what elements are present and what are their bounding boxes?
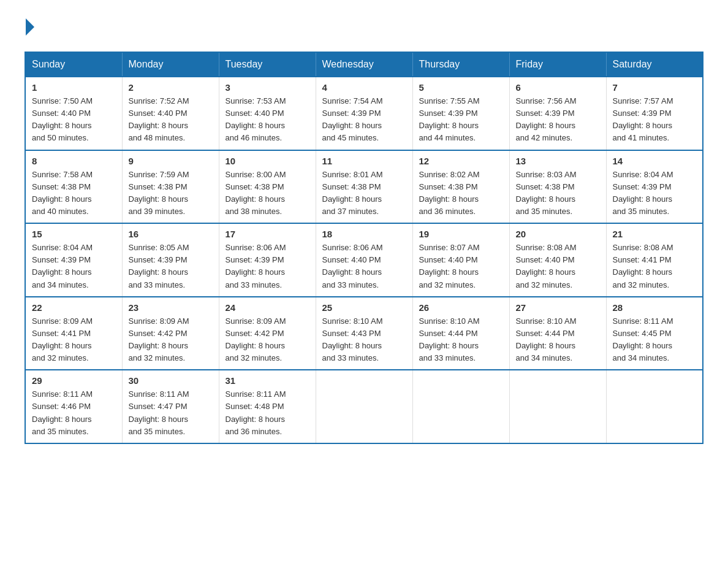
calendar-cell: 18 Sunrise: 8:06 AMSunset: 4:40 PMDaylig… [316,223,412,297]
day-info: Sunrise: 8:09 AMSunset: 4:41 PMDaylight:… [32,316,93,362]
header-day-wednesday: Wednesday [316,52,412,77]
calendar-cell: 31 Sunrise: 8:11 AMSunset: 4:48 PMDaylig… [219,370,316,443]
calendar-cell: 2 Sunrise: 7:52 AMSunset: 4:40 PMDayligh… [122,77,219,150]
calendar-cell: 3 Sunrise: 7:53 AMSunset: 4:40 PMDayligh… [219,77,316,150]
day-number: 2 [129,82,213,93]
day-number: 3 [226,82,309,93]
calendar-cell: 28 Sunrise: 8:11 AMSunset: 4:45 PMDaylig… [606,297,703,370]
calendar-cell: 16 Sunrise: 8:05 AMSunset: 4:39 PMDaylig… [122,223,219,297]
calendar-cell: 6 Sunrise: 7:56 AMSunset: 4:39 PMDayligh… [509,77,606,150]
day-number: 13 [516,156,600,166]
day-number: 17 [226,229,309,239]
logo [25,18,34,39]
day-info: Sunrise: 8:10 AMSunset: 4:43 PMDaylight:… [322,316,383,362]
calendar-cell [509,370,606,443]
day-info: Sunrise: 8:11 AMSunset: 4:46 PMDaylight:… [32,389,93,435]
day-info: Sunrise: 8:01 AMSunset: 4:38 PMDaylight:… [322,170,383,216]
day-number: 18 [322,229,406,239]
day-number: 25 [322,302,406,313]
day-info: Sunrise: 8:06 AMSunset: 4:40 PMDaylight:… [322,243,383,289]
day-info: Sunrise: 7:56 AMSunset: 4:39 PMDaylight:… [516,96,577,142]
calendar-cell: 10 Sunrise: 8:00 AMSunset: 4:38 PMDaylig… [219,150,316,224]
day-number: 31 [226,375,309,386]
day-info: Sunrise: 7:54 AMSunset: 4:39 PMDaylight:… [322,96,383,142]
day-info: Sunrise: 8:10 AMSunset: 4:44 PMDaylight:… [419,316,480,362]
day-info: Sunrise: 8:09 AMSunset: 4:42 PMDaylight:… [129,316,189,362]
day-info: Sunrise: 7:57 AMSunset: 4:39 PMDaylight:… [613,96,673,142]
calendar-body: 1 Sunrise: 7:50 AMSunset: 4:40 PMDayligh… [25,77,703,443]
day-number: 10 [226,156,309,166]
calendar-cell: 13 Sunrise: 8:03 AMSunset: 4:38 PMDaylig… [509,150,606,224]
calendar-cell: 20 Sunrise: 8:08 AMSunset: 4:40 PMDaylig… [509,223,606,297]
calendar-cell: 30 Sunrise: 8:11 AMSunset: 4:47 PMDaylig… [122,370,219,443]
page-header [25,18,703,39]
day-info: Sunrise: 8:03 AMSunset: 4:38 PMDaylight:… [516,170,577,216]
day-number: 15 [32,229,116,239]
calendar-cell: 1 Sunrise: 7:50 AMSunset: 4:40 PMDayligh… [25,77,122,150]
calendar-cell [316,370,412,443]
day-info: Sunrise: 8:11 AMSunset: 4:48 PMDaylight:… [226,389,286,435]
calendar-cell: 9 Sunrise: 7:59 AMSunset: 4:38 PMDayligh… [122,150,219,224]
day-number: 1 [32,82,116,93]
day-info: Sunrise: 8:09 AMSunset: 4:42 PMDaylight:… [226,316,286,362]
header-day-sunday: Sunday [25,52,122,77]
day-number: 4 [322,82,406,93]
header-day-saturday: Saturday [606,52,703,77]
calendar-cell [606,370,703,443]
calendar-cell: 25 Sunrise: 8:10 AMSunset: 4:43 PMDaylig… [316,297,412,370]
day-number: 12 [419,156,503,166]
calendar-table: SundayMondayTuesdayWednesdayThursdayFrid… [25,52,703,444]
day-info: Sunrise: 8:00 AMSunset: 4:38 PMDaylight:… [226,170,286,216]
calendar-cell: 24 Sunrise: 8:09 AMSunset: 4:42 PMDaylig… [219,297,316,370]
day-number: 22 [32,302,116,313]
day-number: 26 [419,302,503,313]
calendar-cell: 26 Sunrise: 8:10 AMSunset: 4:44 PMDaylig… [412,297,509,370]
calendar-cell: 27 Sunrise: 8:10 AMSunset: 4:44 PMDaylig… [509,297,606,370]
day-number: 16 [129,229,213,239]
day-info: Sunrise: 8:04 AMSunset: 4:39 PMDaylight:… [613,170,673,216]
day-number: 7 [613,82,697,93]
calendar-cell: 17 Sunrise: 8:06 AMSunset: 4:39 PMDaylig… [219,223,316,297]
day-number: 23 [129,302,213,313]
day-number: 19 [419,229,503,239]
day-info: Sunrise: 8:04 AMSunset: 4:39 PMDaylight:… [32,243,93,289]
header-row: SundayMondayTuesdayWednesdayThursdayFrid… [25,52,703,77]
header-day-thursday: Thursday [412,52,509,77]
header-day-monday: Monday [122,52,219,77]
calendar-cell: 5 Sunrise: 7:55 AMSunset: 4:39 PMDayligh… [412,77,509,150]
calendar-cell: 29 Sunrise: 8:11 AMSunset: 4:46 PMDaylig… [25,370,122,443]
calendar-cell: 11 Sunrise: 8:01 AMSunset: 4:38 PMDaylig… [316,150,412,224]
calendar-cell: 8 Sunrise: 7:58 AMSunset: 4:38 PMDayligh… [25,150,122,224]
day-number: 27 [516,302,600,313]
day-info: Sunrise: 8:11 AMSunset: 4:45 PMDaylight:… [613,316,673,362]
day-number: 9 [129,156,213,166]
calendar-cell: 7 Sunrise: 7:57 AMSunset: 4:39 PMDayligh… [606,77,703,150]
calendar-cell: 15 Sunrise: 8:04 AMSunset: 4:39 PMDaylig… [25,223,122,297]
header-day-tuesday: Tuesday [219,52,316,77]
day-number: 6 [516,82,600,93]
calendar-week-row: 15 Sunrise: 8:04 AMSunset: 4:39 PMDaylig… [25,223,703,297]
day-info: Sunrise: 8:08 AMSunset: 4:41 PMDaylight:… [613,243,673,289]
calendar-week-row: 29 Sunrise: 8:11 AMSunset: 4:46 PMDaylig… [25,370,703,443]
day-number: 29 [32,375,116,386]
calendar-cell [412,370,509,443]
calendar-cell: 21 Sunrise: 8:08 AMSunset: 4:41 PMDaylig… [606,223,703,297]
calendar-header: SundayMondayTuesdayWednesdayThursdayFrid… [25,52,703,77]
day-info: Sunrise: 7:55 AMSunset: 4:39 PMDaylight:… [419,96,480,142]
day-info: Sunrise: 8:07 AMSunset: 4:40 PMDaylight:… [419,243,480,289]
day-info: Sunrise: 7:58 AMSunset: 4:38 PMDaylight:… [32,170,93,216]
calendar-cell: 4 Sunrise: 7:54 AMSunset: 4:39 PMDayligh… [316,77,412,150]
day-info: Sunrise: 8:02 AMSunset: 4:38 PMDaylight:… [419,170,480,216]
day-number: 28 [613,302,697,313]
day-number: 20 [516,229,600,239]
calendar-cell: 12 Sunrise: 8:02 AMSunset: 4:38 PMDaylig… [412,150,509,224]
day-number: 30 [129,375,213,386]
day-info: Sunrise: 7:53 AMSunset: 4:40 PMDaylight:… [226,96,286,142]
header-day-friday: Friday [509,52,606,77]
calendar-week-row: 22 Sunrise: 8:09 AMSunset: 4:41 PMDaylig… [25,297,703,370]
day-info: Sunrise: 8:08 AMSunset: 4:40 PMDaylight:… [516,243,577,289]
day-number: 11 [322,156,406,166]
day-number: 24 [226,302,309,313]
day-number: 8 [32,156,116,166]
day-number: 21 [613,229,697,239]
